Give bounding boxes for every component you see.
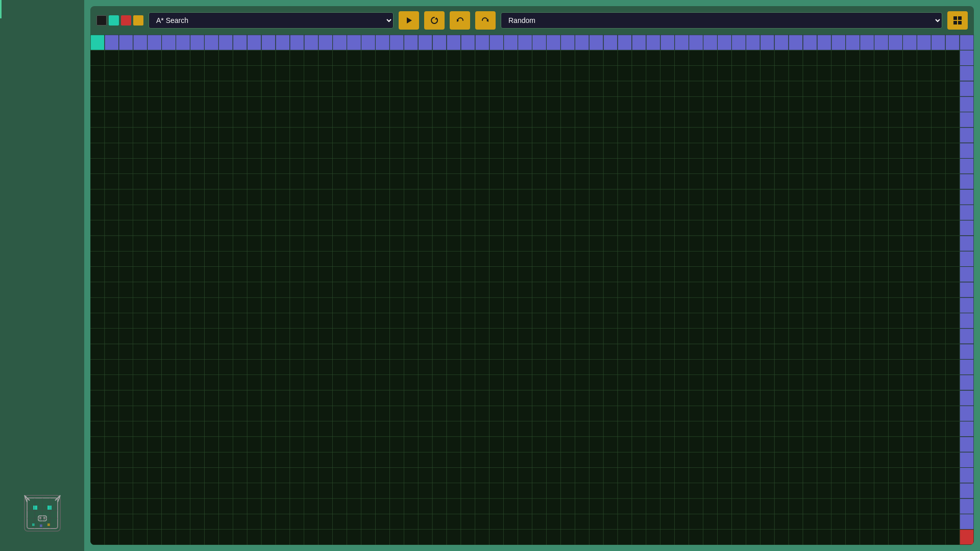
svg-rect-3: [47, 506, 52, 510]
main-panel: A* SearchDijkstraBFSDFSGreedy BFS Random…: [84, 0, 980, 551]
svg-rect-22: [958, 21, 962, 24]
svg-rect-6: [43, 517, 45, 519]
color-swatches: [96, 15, 143, 26]
svg-rect-5: [39, 517, 41, 519]
svg-rect-8: [40, 524, 42, 527]
grid-view-button[interactable]: [947, 11, 968, 30]
svg-marker-16: [435, 17, 438, 19]
wall-color-swatch[interactable]: [96, 15, 107, 26]
maze-type-select[interactable]: RandomRecursive DivisionHorizontal SkewV…: [501, 12, 942, 29]
app-title: [0, 0, 84, 18]
start-color-swatch[interactable]: [109, 15, 119, 26]
end-color-swatch[interactable]: [121, 15, 131, 26]
svg-rect-2: [33, 506, 37, 510]
algorithm-select[interactable]: A* SearchDijkstraBFSDFSGreedy BFS: [149, 12, 394, 29]
weight-color-swatch[interactable]: [133, 15, 143, 26]
svg-rect-21: [953, 21, 957, 24]
grid-canvas[interactable]: [90, 35, 974, 545]
svg-rect-9: [47, 523, 50, 526]
svg-rect-19: [953, 16, 957, 20]
sidebar-item-about[interactable]: [0, 18, 84, 27]
toolbar: A* SearchDijkstraBFSDFSGreedy BFS Random…: [90, 6, 974, 35]
reset-button[interactable]: [424, 11, 445, 30]
undo-button[interactable]: [450, 11, 470, 30]
svg-rect-7: [32, 523, 35, 526]
svg-rect-20: [958, 16, 962, 20]
grid-container[interactable]: [90, 35, 974, 545]
svg-marker-15: [407, 17, 412, 23]
sidebar: [0, 0, 84, 551]
sidebar-logo: [22, 493, 63, 541]
play-button[interactable]: [399, 11, 419, 30]
redo-button[interactable]: [475, 11, 496, 30]
